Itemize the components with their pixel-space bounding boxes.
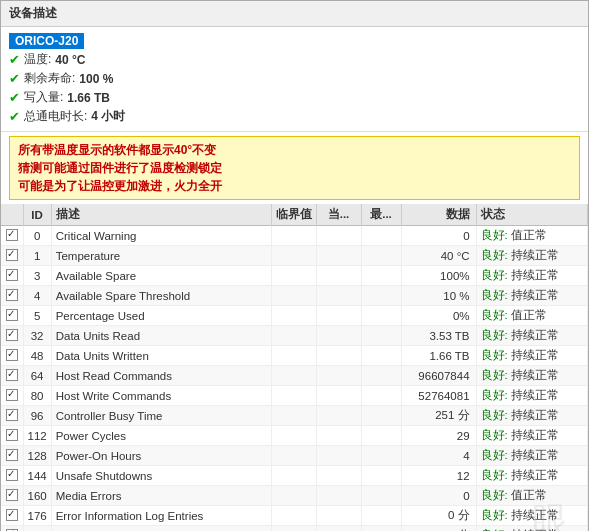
- row-checkbox-cell[interactable]: [1, 326, 23, 346]
- row-checkbox-cell[interactable]: [1, 406, 23, 426]
- row-current: [316, 266, 361, 286]
- row-checkbox-cell[interactable]: [1, 306, 23, 326]
- table-row[interactable]: 3Available Spare100%良好: 持续正常: [1, 266, 588, 286]
- row-id: 96: [23, 406, 51, 426]
- table-row[interactable]: 48Data Units Written1.66 TB良好: 持续正常: [1, 346, 588, 366]
- table-row[interactable]: 160Media Errors0良好: 值正常: [1, 486, 588, 506]
- col-checkbox: [1, 204, 23, 226]
- table-row[interactable]: 0Critical Warning0良好: 值正常: [1, 226, 588, 246]
- table-row[interactable]: 80Host Write Commands52764081良好: 持续正常: [1, 386, 588, 406]
- written-label: 写入量:: [24, 89, 63, 106]
- row-checkbox[interactable]: [6, 509, 18, 521]
- row-current: [316, 406, 361, 426]
- row-checkbox-cell[interactable]: [1, 466, 23, 486]
- row-data: 1.66 TB: [401, 346, 476, 366]
- row-description: Available Spare: [51, 266, 271, 286]
- row-status: 良好: 持续正常: [476, 446, 587, 466]
- row-checkbox[interactable]: [6, 329, 18, 341]
- row-description: Warning Composite Temperat...: [51, 526, 271, 532]
- row-data: 12: [401, 466, 476, 486]
- row-id: 3: [23, 266, 51, 286]
- row-worst: [361, 226, 401, 246]
- poweron-row: ✔ 总通电时长: 4 小时: [9, 108, 580, 125]
- row-threshold: [271, 486, 316, 506]
- row-data: 0 分: [401, 506, 476, 526]
- table-row[interactable]: 112Power Cycles29良好: 持续正常: [1, 426, 588, 446]
- row-checkbox-cell[interactable]: [1, 346, 23, 366]
- row-status: 良好: 持续正常: [476, 526, 587, 532]
- row-current: [316, 486, 361, 506]
- row-description: Data Units Read: [51, 326, 271, 346]
- row-checkbox[interactable]: [6, 229, 18, 241]
- lifetime-value: 100 %: [79, 72, 113, 86]
- row-id: 176: [23, 506, 51, 526]
- row-checkbox-cell[interactable]: [1, 426, 23, 446]
- device-info-panel: ORICO-J20 ✔ 温度: 40 °C ✔ 剩余寿命: 100 % ✔ 写入…: [1, 27, 588, 132]
- row-checkbox-cell[interactable]: [1, 386, 23, 406]
- row-current: [316, 386, 361, 406]
- row-checkbox-cell[interactable]: [1, 226, 23, 246]
- row-current: [316, 326, 361, 346]
- smart-table: ID 描述 临界值 当... 最... 数据 状态 0Critical Warn…: [1, 204, 588, 531]
- row-status: 良好: 值正常: [476, 226, 587, 246]
- table-row[interactable]: 32Data Units Read3.53 TB良好: 持续正常: [1, 326, 588, 346]
- row-checkbox[interactable]: [6, 389, 18, 401]
- table-row[interactable]: 144Unsafe Shutdowns12良好: 持续正常: [1, 466, 588, 486]
- row-checkbox[interactable]: [6, 249, 18, 261]
- table-row[interactable]: 96Controller Busy Time251 分良好: 持续正常: [1, 406, 588, 426]
- row-checkbox[interactable]: [6, 489, 18, 501]
- table-header-row: ID 描述 临界值 当... 最... 数据 状态: [1, 204, 588, 226]
- row-checkbox[interactable]: [6, 289, 18, 301]
- smart-table-container[interactable]: ID 描述 临界值 当... 最... 数据 状态 0Critical Warn…: [1, 204, 588, 531]
- row-checkbox-cell[interactable]: [1, 486, 23, 506]
- row-id: 128: [23, 446, 51, 466]
- row-checkbox[interactable]: [6, 269, 18, 281]
- row-checkbox[interactable]: [6, 309, 18, 321]
- row-description: Controller Busy Time: [51, 406, 271, 426]
- row-data: 0: [401, 486, 476, 506]
- table-row[interactable]: 4Available Spare Threshold10 %良好: 持续正常: [1, 286, 588, 306]
- row-threshold: [271, 526, 316, 532]
- row-threshold: [271, 266, 316, 286]
- device-name-box: ORICO-J20: [9, 33, 84, 49]
- row-checkbox[interactable]: [6, 369, 18, 381]
- row-description: Percentage Used: [51, 306, 271, 326]
- row-checkbox[interactable]: [6, 349, 18, 361]
- row-id: 5: [23, 306, 51, 326]
- row-checkbox[interactable]: [6, 449, 18, 461]
- row-threshold: [271, 506, 316, 526]
- row-checkbox-cell[interactable]: [1, 506, 23, 526]
- table-row[interactable]: 5Percentage Used0%良好: 值正常: [1, 306, 588, 326]
- row-threshold: [271, 366, 316, 386]
- row-data: 3.53 TB: [401, 326, 476, 346]
- annotation-text: 所有带温度显示的软件都显示40°不变 猜测可能通过固件进行了温度检测锁定 可能是…: [18, 143, 222, 193]
- row-status: 良好: 持续正常: [476, 506, 587, 526]
- row-threshold: [271, 226, 316, 246]
- row-threshold: [271, 466, 316, 486]
- row-checkbox-cell[interactable]: [1, 266, 23, 286]
- row-threshold: [271, 246, 316, 266]
- row-checkbox-cell[interactable]: [1, 446, 23, 466]
- row-status: 良好: 持续正常: [476, 246, 587, 266]
- row-checkbox-cell[interactable]: [1, 526, 23, 532]
- row-description: Power-On Hours: [51, 446, 271, 466]
- table-row[interactable]: 176Error Information Log Entries0 分良好: 持…: [1, 506, 588, 526]
- row-data: 52764081: [401, 386, 476, 406]
- row-checkbox[interactable]: [6, 409, 18, 421]
- row-id: 4: [23, 286, 51, 306]
- row-checkbox[interactable]: [6, 429, 18, 441]
- row-description: Error Information Log Entries: [51, 506, 271, 526]
- row-id: 192: [23, 526, 51, 532]
- row-checkbox-cell[interactable]: [1, 366, 23, 386]
- col-id: ID: [23, 204, 51, 226]
- table-row[interactable]: 64Host Read Commands96607844良好: 持续正常: [1, 366, 588, 386]
- table-row[interactable]: 128Power-On Hours4良好: 持续正常: [1, 446, 588, 466]
- table-row[interactable]: 192Warning Composite Temperat...0 分良好: 持…: [1, 526, 588, 532]
- row-description: Power Cycles: [51, 426, 271, 446]
- row-checkbox-cell[interactable]: [1, 246, 23, 266]
- row-checkbox[interactable]: [6, 469, 18, 481]
- table-row[interactable]: 1Temperature40 °C良好: 持续正常: [1, 246, 588, 266]
- row-id: 48: [23, 346, 51, 366]
- row-description: Data Units Written: [51, 346, 271, 366]
- row-checkbox-cell[interactable]: [1, 286, 23, 306]
